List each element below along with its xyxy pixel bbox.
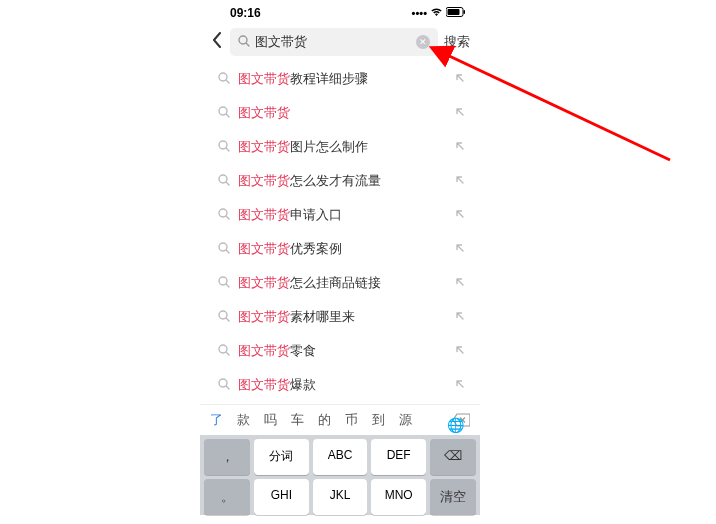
keyboard-key[interactable]: DEF [371,439,426,475]
svg-rect-2 [464,10,466,14]
prediction-word[interactable]: 币 [345,411,358,429]
keyboard-key[interactable]: 。 [204,479,250,515]
suggestion-item[interactable]: 图文带货零食 [200,334,480,368]
suggestion-item[interactable]: 图文带货怎么挂商品链接 [200,266,480,300]
search-input[interactable]: 图文带货 [255,33,411,51]
svg-line-22 [226,352,229,355]
prediction-bar: 了款吗车的币到源 [200,404,480,435]
svg-line-4 [246,43,249,46]
fill-arrow-icon[interactable] [454,308,466,326]
svg-line-14 [226,216,229,219]
globe-emoji-icon[interactable]: 🌐 [447,417,464,433]
clear-search-icon[interactable]: ✕ [416,35,430,49]
prediction-words: 了款吗车的币到源 [210,411,412,429]
prediction-word[interactable]: 到 [372,411,385,429]
keyboard-key[interactable]: GHI [254,479,309,515]
prediction-word[interactable]: 款 [237,411,250,429]
status-time: 09:16 [230,6,261,20]
status-icons: •••• [412,7,466,19]
battery-icon [446,7,466,19]
prediction-word[interactable]: 车 [291,411,304,429]
suggestion-text: 图文带货怎么发才有流量 [238,172,446,190]
fill-arrow-icon[interactable] [454,206,466,224]
search-icon [218,376,230,394]
keyboard-key[interactable]: 分词 [254,439,309,475]
search-button[interactable]: 搜索 [444,33,470,51]
search-icon [238,33,250,51]
suggestion-text: 图文带货图片怎么制作 [238,138,446,156]
svg-rect-1 [448,9,460,15]
suggestion-text: 图文带货爆款 [238,376,446,394]
search-icon [218,206,230,224]
suggestion-item[interactable]: 图文带货教程详细步骤 [200,62,480,96]
svg-line-6 [226,80,229,83]
suggestion-item[interactable]: 图文带货 [200,96,480,130]
suggestion-item[interactable]: 图文带货图片怎么制作 [200,130,480,164]
suggestion-text: 图文带货优秀案例 [238,240,446,258]
status-bar: 09:16 •••• [200,0,480,24]
keyboard-key[interactable]: ， [204,439,250,475]
search-icon [218,342,230,360]
suggestion-text: 图文带货素材哪里来 [238,308,446,326]
suggestion-list: 图文带货教程详细步骤 图文带货 图文带货图片怎么制作 图文带货怎么发才有流量 图… [200,60,480,404]
prediction-word[interactable]: 吗 [264,411,277,429]
prediction-word[interactable]: 源 [399,411,412,429]
fill-arrow-icon[interactable] [454,376,466,394]
suggestion-item[interactable]: 图文带货爆款 [200,368,480,402]
svg-line-18 [226,284,229,287]
fill-arrow-icon[interactable] [454,70,466,88]
fill-arrow-icon[interactable] [454,342,466,360]
search-icon [218,138,230,156]
svg-line-20 [226,318,229,321]
prediction-word[interactable]: 了 [210,411,223,429]
fill-arrow-icon[interactable] [454,274,466,292]
suggestion-text: 图文带货怎么挂商品链接 [238,274,446,292]
suggestion-text: 图文带货 [238,104,446,122]
search-icon [218,70,230,88]
wifi-icon [430,7,443,19]
search-icon [218,104,230,122]
fill-arrow-icon[interactable] [454,138,466,156]
svg-line-24 [226,386,229,389]
keyboard-key[interactable]: ⌫ [430,439,476,475]
svg-line-10 [226,148,229,151]
suggestion-text: 图文带货零食 [238,342,446,360]
search-icon [218,240,230,258]
search-icon [218,172,230,190]
keyboard-key[interactable]: 清空 [430,479,476,515]
search-bar: 图文带货 ✕ 搜索 [200,24,480,60]
fill-arrow-icon[interactable] [454,240,466,258]
phone-screen: 09:16 •••• 图文带货 ✕ 搜索 图文带货教程详细步骤 [200,0,480,515]
search-input-box[interactable]: 图文带货 ✕ [230,28,438,56]
svg-line-8 [226,114,229,117]
suggestion-item[interactable]: 图文带货申请入口 [200,198,480,232]
keyboard-key[interactable]: MNO [371,479,426,515]
suggestion-text: 图文带货教程详细步骤 [238,70,446,88]
suggestion-item[interactable]: 图文带货怎么发才有流量 [200,164,480,198]
keyboard: ，分词ABCDEF⌫。GHIJKLMNO清空 [200,435,480,515]
svg-line-16 [226,250,229,253]
search-icon [218,274,230,292]
search-icon [218,308,230,326]
suggestion-item[interactable]: 图文带货优秀案例 [200,232,480,266]
signal-icon: •••• [412,7,427,19]
keyboard-key[interactable]: JKL [313,479,368,515]
suggestion-item[interactable]: 图文带货素材哪里来 [200,300,480,334]
svg-line-12 [226,182,229,185]
suggestion-text: 图文带货申请入口 [238,206,446,224]
fill-arrow-icon[interactable] [454,172,466,190]
fill-arrow-icon[interactable] [454,104,466,122]
keyboard-key[interactable]: ABC [313,439,368,475]
back-button[interactable] [210,32,224,53]
prediction-word[interactable]: 的 [318,411,331,429]
